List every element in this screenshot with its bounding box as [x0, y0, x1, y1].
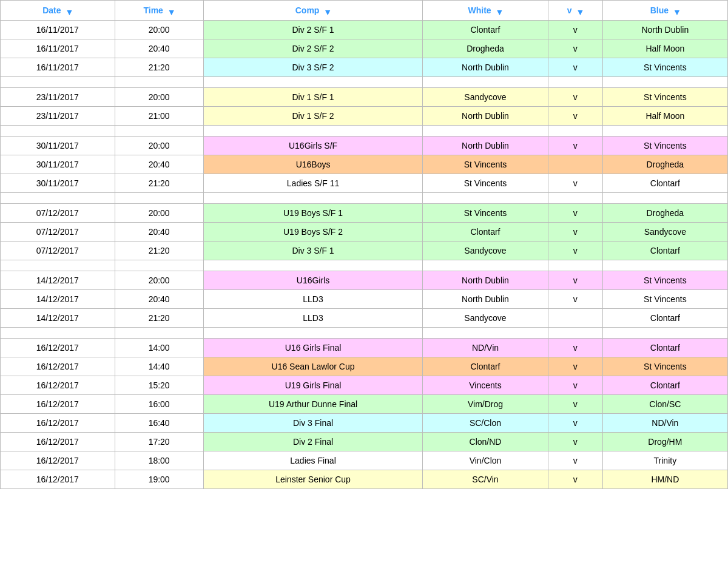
- cell-v: v: [548, 174, 602, 193]
- cell-time: 21:20: [115, 242, 203, 260]
- cell-comp: U16Boys: [203, 155, 423, 174]
- cell-blue: North Dublin: [602, 21, 727, 39]
- sort-arrow-white[interactable]: ▼: [496, 7, 503, 15]
- cell-blue: St Vincents: [602, 290, 727, 309]
- cell-time: 20:40: [115, 155, 203, 174]
- cell-date: 30/11/2017: [1, 137, 115, 155]
- cell-time: 21:00: [115, 107, 203, 126]
- col-white-label: White: [468, 5, 491, 15]
- cell-white: Drogheda: [423, 39, 548, 58]
- cell-time: 20:40: [115, 223, 203, 242]
- cell-blue: St Vincents: [602, 271, 727, 290]
- cell-time: 20:00: [115, 204, 203, 223]
- col-time[interactable]: Time ▼: [115, 1, 203, 21]
- cell-white: North Dublin: [423, 58, 548, 77]
- cell-time: 21:20: [115, 58, 203, 77]
- cell-blue: St Vincents: [602, 88, 727, 107]
- spacer-cell: [1, 260, 115, 271]
- cell-date: 16/12/2017: [1, 376, 115, 395]
- spacer-cell: [203, 126, 423, 137]
- cell-blue: Half Moon: [602, 107, 727, 126]
- col-date[interactable]: Date ▼: [1, 1, 115, 21]
- spacer-cell: [602, 193, 727, 204]
- cell-comp: U16 Sean Lawlor Cup: [203, 357, 423, 376]
- spacer-row: [1, 77, 728, 88]
- cell-comp: Div 3 S/F 2: [203, 58, 423, 77]
- cell-v: v: [548, 242, 602, 260]
- spacer-cell: [548, 260, 602, 271]
- spacer-cell: [602, 77, 727, 88]
- cell-blue: ND/Vin: [602, 414, 727, 433]
- sort-arrow-v[interactable]: ▼: [576, 7, 584, 15]
- cell-v: v: [548, 88, 602, 107]
- sort-arrow-blue[interactable]: ▼: [673, 7, 680, 15]
- cell-date: 16/11/2017: [1, 39, 115, 58]
- spacer-cell: [423, 260, 548, 271]
- table-row: 30/11/201721:20Ladies S/F 11St Vincentsv…: [1, 174, 728, 193]
- cell-white: Clon/ND: [423, 433, 548, 451]
- table-row: 07/12/201721:20Div 3 S/F 1SandycovevClon…: [1, 242, 728, 260]
- cell-v: v: [548, 451, 602, 470]
- cell-blue: Clontarf: [602, 376, 727, 395]
- cell-white: St Vincents: [423, 204, 548, 223]
- col-comp[interactable]: Comp ▼: [203, 1, 423, 21]
- cell-white: North Dublin: [423, 137, 548, 155]
- cell-date: 30/11/2017: [1, 174, 115, 193]
- spacer-cell: [1, 193, 115, 204]
- cell-comp: Div 2 S/F 1: [203, 21, 423, 39]
- cell-blue: Drogheda: [602, 204, 727, 223]
- table-row: 14/12/201720:40LLD3North DublinvSt Vince…: [1, 290, 728, 309]
- cell-white: Vincents: [423, 376, 548, 395]
- cell-v: v: [548, 107, 602, 126]
- spacer-cell: [602, 260, 727, 271]
- spacer-cell: [423, 328, 548, 339]
- table-row: 16/11/201720:00Div 2 S/F 1ClontarfvNorth…: [1, 21, 728, 39]
- table-row: 16/12/201716:40Div 3 FinalSC/ClonvND/Vin: [1, 414, 728, 433]
- cell-blue: Trinity: [602, 451, 727, 470]
- cell-date: 07/12/2017: [1, 242, 115, 260]
- cell-comp: Div 1 S/F 2: [203, 107, 423, 126]
- spacer-cell: [115, 260, 203, 271]
- cell-white: Vim/Drog: [423, 395, 548, 414]
- col-blue[interactable]: Blue ▼: [602, 1, 727, 21]
- cell-blue: Drogheda: [602, 155, 727, 174]
- cell-time: 20:00: [115, 88, 203, 107]
- cell-date: 16/12/2017: [1, 414, 115, 433]
- cell-v: v: [548, 357, 602, 376]
- cell-v: v: [548, 21, 602, 39]
- header-row: Date ▼ Time ▼ Comp ▼ White ▼ v ▼ Blue ▼: [1, 1, 728, 21]
- table-row: 07/12/201720:40U19 Boys S/F 2ClontarfvSa…: [1, 223, 728, 242]
- col-white[interactable]: White ▼: [423, 1, 548, 21]
- cell-v: v: [548, 395, 602, 414]
- cell-time: 20:00: [115, 271, 203, 290]
- cell-v: v: [548, 376, 602, 395]
- cell-v: [548, 155, 602, 174]
- table-row: 16/12/201719:00Leinster Senior CupSC/Vin…: [1, 470, 728, 489]
- cell-white: ND/Vin: [423, 339, 548, 357]
- cell-comp: Div 2 Final: [203, 433, 423, 451]
- spacer-cell: [548, 126, 602, 137]
- spacer-cell: [203, 77, 423, 88]
- cell-white: Sandycove: [423, 242, 548, 260]
- col-v-label: v: [567, 5, 572, 15]
- sort-arrow-comp[interactable]: ▼: [323, 7, 331, 15]
- schedule-table: Date ▼ Time ▼ Comp ▼ White ▼ v ▼ Blue ▼: [0, 0, 728, 489]
- sort-arrow-date[interactable]: ▼: [65, 7, 72, 15]
- sort-arrow-time[interactable]: ▼: [167, 7, 175, 15]
- col-v[interactable]: v ▼: [548, 1, 602, 21]
- cell-comp: Div 2 S/F 2: [203, 39, 423, 58]
- cell-v: v: [548, 204, 602, 223]
- cell-blue: Drog/HM: [602, 433, 727, 451]
- table-row: 16/12/201714:40U16 Sean Lawlor CupClonta…: [1, 357, 728, 376]
- cell-v: v: [548, 433, 602, 451]
- table-row: 14/12/201720:00U16GirlsNorth DublinvSt V…: [1, 271, 728, 290]
- cell-blue: Clontarf: [602, 174, 727, 193]
- cell-comp: Div 3 Final: [203, 414, 423, 433]
- cell-v: v: [548, 414, 602, 433]
- cell-blue: Clontarf: [602, 242, 727, 260]
- spacer-cell: [203, 328, 423, 339]
- cell-blue: Clon/SC: [602, 395, 727, 414]
- cell-white: Clontarf: [423, 223, 548, 242]
- spacer-cell: [1, 328, 115, 339]
- cell-v: v: [548, 58, 602, 77]
